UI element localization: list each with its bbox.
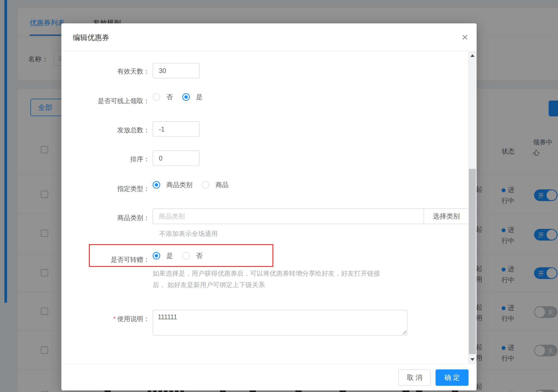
category-hint: 不添加表示全场通用 [159, 229, 218, 238]
valid-days-input[interactable] [153, 63, 200, 78]
scroll-down-icon[interactable] [470, 358, 475, 361]
sort-input[interactable] [153, 150, 200, 166]
cancel-button[interactable]: 取 消 [398, 369, 431, 386]
product-category-input[interactable] [153, 208, 424, 224]
product-category-group: 选择类别 [153, 208, 469, 224]
radio-option-label: 否 [196, 251, 203, 260]
radio-icon[interactable] [153, 93, 160, 101]
footer-divider [61, 364, 477, 364]
scrollbar-thumb[interactable] [469, 169, 476, 354]
radio-option-product[interactable]: 商品 [202, 181, 229, 189]
radio-icon[interactable] [182, 252, 190, 260]
radio-option-no[interactable]: 否 [182, 251, 203, 260]
specify-type-label: 指定类型： [61, 184, 150, 193]
total-count-input[interactable] [153, 121, 200, 137]
valid-days-label: 有效天数： [61, 67, 150, 76]
usage-note-label-text: 使用说明： [117, 315, 150, 322]
specify-type-radio-group: 商品类别 商品 [153, 181, 238, 189]
usage-note-textarea[interactable]: 111111 [153, 310, 407, 336]
radio-option-label: 是 [166, 251, 173, 260]
radio-option-no[interactable]: 否 [153, 93, 173, 101]
edit-coupon-modal: 编辑优惠券 ✕ 有效天数： 是否可线上领取： 否 是 发放总数： 排序： 指定类… [61, 23, 477, 390]
radio-option-label: 商品 [216, 181, 229, 189]
modal-header: 编辑优惠券 ✕ [61, 23, 477, 51]
radio-option-label: 商品类别 [166, 181, 192, 189]
sort-label: 排序： [61, 155, 150, 163]
radio-option-yes[interactable]: 是 [182, 93, 203, 101]
confirm-button[interactable]: 确 定 [436, 369, 469, 386]
radio-option-label: 是 [196, 93, 203, 101]
total-count-label: 发放总数： [61, 126, 150, 134]
radio-option-label: 否 [166, 93, 173, 101]
modal-scrollbar[interactable] [468, 51, 477, 364]
radio-option-yes[interactable]: 是 [153, 251, 173, 260]
radio-option-category[interactable]: 商品类别 [153, 181, 192, 189]
product-category-label: 商品类别： [61, 214, 150, 222]
modal-title: 编辑优惠券 [73, 33, 109, 43]
transferable-radio-group: 是 否 [153, 252, 212, 260]
transferable-label: 是否可转赠： [61, 255, 150, 264]
online-claim-radio-group: 否 是 [153, 93, 212, 101]
usage-note-label: *使用说明： [61, 315, 150, 323]
online-claim-label: 是否可线上领取： [61, 97, 150, 105]
radio-selected-icon[interactable] [182, 93, 190, 101]
transferable-hint-line1: 如果选择是，用户获得优惠券后，可以将优惠券转增分享给好友，好友打开链接 [153, 269, 380, 278]
close-icon[interactable]: ✕ [459, 31, 471, 44]
radio-icon[interactable] [202, 181, 209, 189]
scroll-up-icon[interactable] [470, 54, 475, 57]
required-asterisk: * [113, 315, 116, 322]
transferable-hint-line2: 后， 如好友是新用户可绑定上下级关系 [153, 281, 265, 289]
select-category-button[interactable]: 选择类别 [424, 208, 469, 224]
radio-selected-icon[interactable] [153, 181, 160, 189]
radio-selected-icon[interactable] [153, 252, 160, 260]
